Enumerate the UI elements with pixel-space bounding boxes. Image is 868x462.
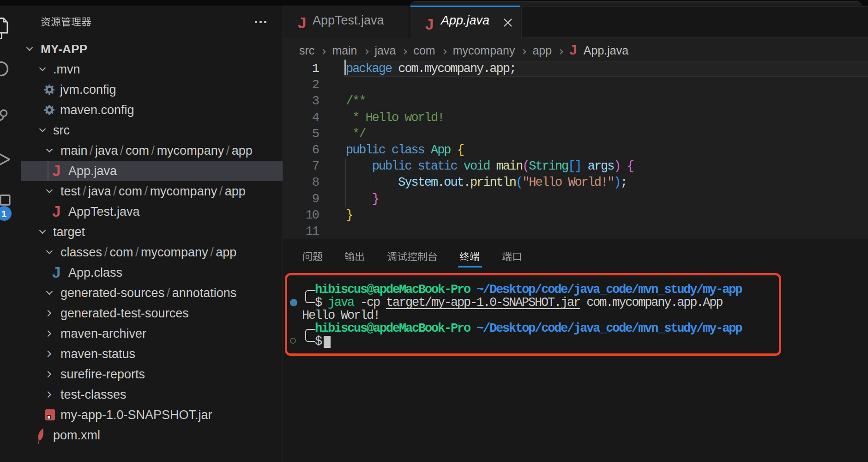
svg-text:1: 1 [1,208,7,219]
